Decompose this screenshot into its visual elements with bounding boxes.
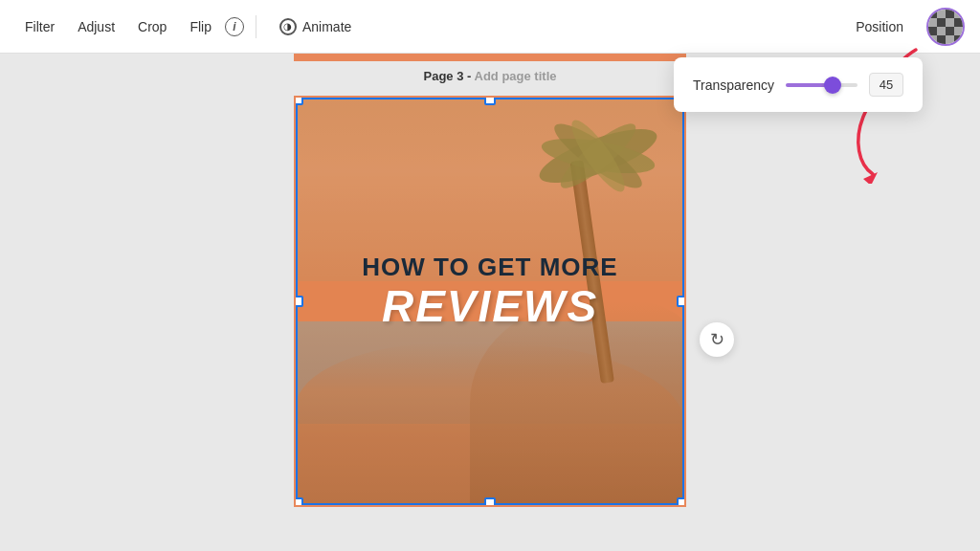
transparency-label: Transparency (693, 77, 774, 93)
transparency-icon-button[interactable] (926, 8, 965, 46)
animate-circle-icon: ◑ (279, 18, 297, 35)
canvas-text: HOW TO GET MORE REVIEWS (296, 253, 684, 331)
canvas-main-title: HOW TO GET MORE (296, 253, 684, 282)
canvas-container: HOW TO GET MORE REVIEWS ↻ (294, 96, 686, 507)
slider-thumb[interactable] (824, 77, 841, 94)
info-icon[interactable]: i (225, 17, 244, 36)
divider (256, 15, 256, 38)
page-area: Page 3 - Add page title (0, 54, 980, 551)
animate-label: Animate (302, 19, 351, 34)
adjust-button[interactable]: Adjust (68, 13, 124, 40)
transparency-slider[interactable] (786, 83, 858, 87)
toolbar-right: Position (844, 8, 965, 46)
position-button[interactable]: Position (844, 13, 915, 40)
toolbar: Filter Adjust Crop Flip i ◑ Animate Posi… (0, 0, 980, 54)
flip-button[interactable]: Flip (180, 13, 221, 40)
page-title-placeholder[interactable]: Add page title (475, 69, 557, 83)
page-label: Page 3 - Add page title (424, 69, 557, 83)
transparency-popup: Transparency 45 (674, 57, 923, 112)
page-separator: - (467, 69, 474, 83)
animate-button[interactable]: ◑ Animate (268, 12, 363, 41)
crop-button[interactable]: Crop (128, 13, 176, 40)
toolbar-left: Filter Adjust Crop Flip i ◑ Animate (15, 12, 844, 41)
page-number: Page 3 (424, 69, 464, 83)
orange-top-bar (294, 54, 686, 61)
rotate-button[interactable]: ↻ (700, 322, 734, 357)
design-canvas[interactable]: HOW TO GET MORE REVIEWS (294, 96, 686, 507)
transparency-value[interactable]: 45 (869, 73, 903, 97)
canvas-sub-title: REVIEWS (296, 282, 684, 331)
filter-button[interactable]: Filter (15, 13, 64, 40)
